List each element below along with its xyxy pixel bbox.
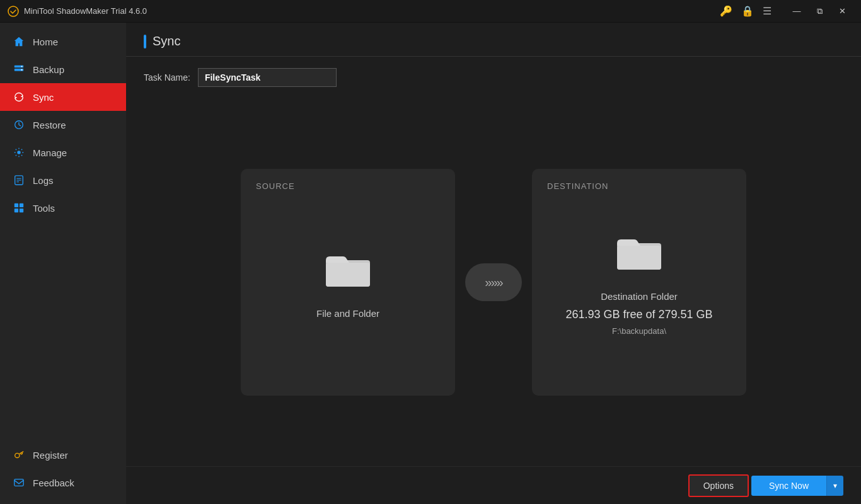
feedback-mail-icon (13, 476, 25, 489)
sidebar-item-register[interactable]: Register (0, 441, 126, 469)
sidebar-item-backup[interactable]: Backup (0, 55, 126, 83)
svg-marker-6 (15, 97, 18, 100)
svg-rect-14 (20, 203, 23, 207)
sidebar-label-register: Register (33, 450, 68, 461)
content-area: Sync Task Name: SOURCE (126, 23, 861, 504)
minimize-button[interactable]: — (785, 3, 808, 20)
svg-point-8 (17, 151, 20, 154)
svg-rect-23 (326, 263, 370, 287)
source-card[interactable]: SOURCE File and Folder (241, 169, 455, 396)
destination-folder-icon (614, 229, 664, 276)
destination-label: DESTINATION (547, 181, 608, 191)
task-name-input[interactable] (198, 68, 337, 87)
title-bar-controls: 🔑 🔒 ☰ — ⧉ ✕ (720, 3, 853, 20)
svg-point-17 (15, 453, 20, 457)
task-name-label: Task Name: (144, 72, 190, 83)
page-header-bar (144, 35, 146, 49)
sidebar-bottom: Register Feedback (0, 441, 126, 504)
tools-icon (13, 202, 25, 214)
sidebar-item-sync[interactable]: Sync (0, 83, 126, 111)
logs-icon (13, 174, 25, 186)
svg-rect-21 (14, 479, 23, 486)
bottom-bar: Options Sync Now ▾ (126, 466, 861, 504)
svg-rect-13 (14, 203, 18, 207)
main-layout: Home Backup Sync (0, 23, 861, 504)
page-title: Sync (153, 34, 180, 49)
sidebar-label-restore: Restore (33, 120, 66, 130)
source-card-title: File and Folder (316, 308, 379, 319)
app-title: MiniTool ShadowMaker Trial 4.6.0 (24, 6, 147, 16)
restore-icon (13, 118, 25, 131)
sidebar-item-logs[interactable]: Logs (0, 166, 126, 194)
sidebar-label-home: Home (33, 37, 58, 47)
svg-rect-15 (14, 209, 18, 212)
options-button[interactable]: Options (688, 474, 749, 497)
sidebar-item-tools[interactable]: Tools (0, 194, 126, 222)
close-button[interactable]: ✕ (831, 3, 853, 20)
title-bar: MiniTool ShadowMaker Trial 4.6.0 🔑 🔒 ☰ —… (0, 0, 861, 23)
sidebar-item-restore[interactable]: Restore (0, 111, 126, 139)
source-label: SOURCE (256, 181, 295, 191)
page-header: Sync (126, 23, 861, 57)
app-logo-icon (8, 6, 19, 17)
lock-icon[interactable]: 🔒 (741, 5, 754, 17)
svg-point-0 (8, 6, 18, 16)
restore-button[interactable]: ⧉ (808, 3, 831, 20)
manage-icon (13, 146, 25, 159)
sync-icon (13, 91, 25, 103)
destination-card[interactable]: DESTINATION Destination Folder 261.93 GB… (532, 169, 746, 396)
sync-now-dropdown-button[interactable]: ▾ (826, 476, 843, 496)
home-icon (13, 35, 25, 48)
sidebar: Home Backup Sync (0, 23, 126, 504)
title-bar-left: MiniTool ShadowMaker Trial 4.6.0 (8, 6, 147, 17)
svg-point-3 (21, 66, 22, 67)
svg-point-4 (21, 69, 22, 71)
sidebar-spacer (0, 222, 126, 441)
backup-icon (13, 63, 25, 76)
destination-path: F:\backupdata\ (612, 326, 666, 336)
destination-card-title: Destination Folder (601, 291, 678, 302)
sidebar-label-logs: Logs (33, 175, 54, 186)
sidebar-item-feedback[interactable]: Feedback (0, 469, 126, 496)
arrow-icon: »»» (485, 275, 502, 290)
register-key-icon (13, 449, 25, 461)
destination-free-space: 261.93 GB free of 279.51 GB (565, 308, 712, 321)
sync-now-button[interactable]: Sync Now (751, 476, 826, 496)
task-name-row: Task Name: (126, 57, 861, 98)
svg-rect-25 (617, 246, 661, 270)
key-icon[interactable]: 🔑 (720, 5, 732, 17)
menu-icon[interactable]: ☰ (763, 5, 771, 17)
sidebar-label-feedback: Feedback (33, 478, 74, 488)
sidebar-label-manage: Manage (33, 147, 67, 158)
sync-now-container: Sync Now ▾ (751, 476, 843, 496)
sidebar-label-backup: Backup (33, 64, 64, 75)
sidebar-label-tools: Tools (33, 203, 55, 214)
svg-marker-5 (21, 94, 23, 97)
sidebar-item-home[interactable]: Home (0, 28, 126, 55)
sync-area: SOURCE File and Folder »»» (126, 98, 861, 466)
arrow-connector: »»» (465, 263, 522, 301)
sidebar-item-manage[interactable]: Manage (0, 139, 126, 166)
svg-rect-16 (20, 209, 23, 212)
window-controls: — ⧉ ✕ (785, 3, 853, 20)
source-folder-icon (323, 246, 373, 293)
sidebar-label-sync: Sync (33, 92, 54, 103)
